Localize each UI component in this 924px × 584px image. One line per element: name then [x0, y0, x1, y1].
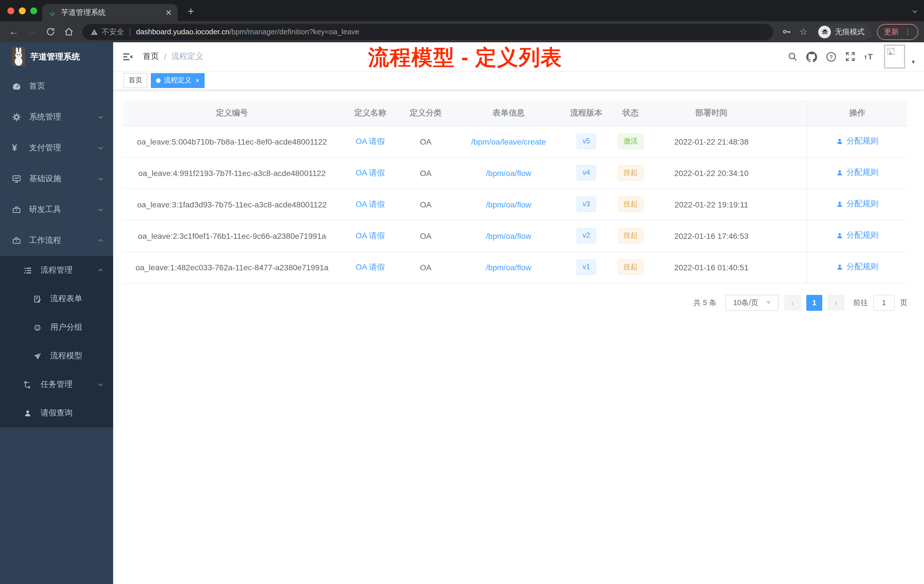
cell-id: oa_leave:2:3c1f0ef1-76b1-11ec-9c66-a2380… [124, 220, 341, 251]
next-page-button[interactable]: › [827, 295, 845, 310]
close-window-button[interactable] [7, 7, 14, 14]
fullscreen-icon[interactable] [845, 51, 856, 62]
url-host: dashboard.yudao.iocoder.cn [136, 27, 229, 36]
sidebar-item-leave-query[interactable]: 请假查询 [0, 399, 113, 427]
url-path: /bpm/manager/definition?key=oa_leave [229, 27, 360, 36]
cell-name: OA 请假 [341, 188, 400, 220]
page-content: 定义编号定义名称定义分类表单信息流程版本状态部署时间操作oa_leave:5:0… [113, 90, 924, 584]
definition-name-link[interactable]: OA 请假 [356, 262, 385, 271]
cell-form: /bpm/oa/flow [451, 251, 566, 283]
tag-close-icon[interactable]: × [195, 76, 200, 84]
navbar-icons: ? TT ▾ [788, 45, 915, 69]
cell-action: 分配规则 [807, 251, 908, 283]
sidebar-toggle-icon[interactable] [122, 51, 133, 62]
incognito-label: 无痕模式 [835, 26, 865, 37]
definition-name-link[interactable]: OA 请假 [356, 168, 385, 177]
column-header-category: 定义分类 [400, 101, 451, 126]
sidebar-item-infrastructure[interactable]: 基础设施 [0, 163, 113, 194]
tag-home[interactable]: 首页 [124, 73, 147, 88]
sidebar-item-process-form[interactable]: 流程表单 [0, 285, 113, 313]
prev-page-button[interactable]: ‹ [784, 295, 801, 310]
cell-category: OA [400, 188, 451, 220]
table-row: oa_leave:2:3c1f0ef1-76b1-11ec-9c66-a2380… [124, 220, 908, 251]
assign-rule-link[interactable]: 分配规则 [836, 231, 879, 241]
cell-form: /bpm/oa/flow [451, 157, 566, 188]
incognito-badge: 无痕模式 [817, 24, 871, 40]
definition-name-link[interactable]: OA 请假 [356, 231, 385, 240]
user-avatar[interactable] [884, 45, 906, 69]
tab-close-icon[interactable]: ✕ [165, 8, 172, 17]
sidebar-item-process-model[interactable]: 流程模型 [0, 342, 113, 370]
password-key-icon[interactable] [779, 27, 794, 36]
breadcrumb-separator: / [164, 52, 166, 61]
form-link[interactable]: /bpm/oa/flow [486, 262, 531, 272]
zoom-window-button[interactable] [30, 7, 37, 14]
column-header-name: 定义名称 [341, 101, 400, 126]
cell-status: 激活 [607, 126, 654, 157]
sidebar-item-user-group[interactable]: 用户分组 [0, 313, 113, 342]
pagination: 共 5 条 10条/页 ‹ 1 › 前往 页 [124, 295, 908, 310]
cell-version: v2 [566, 220, 607, 251]
sidebar-item-workflow[interactable]: 工作流程 [0, 225, 113, 256]
cell-filler [769, 251, 807, 283]
toolbox-icon [12, 236, 22, 245]
form-link[interactable]: /bpm/oa/leave/create [471, 137, 546, 146]
cell-id: oa_leave:4:991f2193-7b7f-11ec-a3c8-acde4… [124, 157, 341, 188]
cell-id: oa_leave:1:482ec033-762a-11ec-8477-a2380… [124, 251, 341, 283]
tab-search-chevron-icon[interactable] [911, 7, 918, 17]
goto-page-input[interactable] [873, 295, 895, 310]
svg-text:T: T [868, 52, 873, 61]
cell-deploy_time: 2022-01-22 21:48:38 [654, 126, 769, 157]
tag-process-definition[interactable]: 流程定义 × [151, 73, 205, 88]
new-tab-button[interactable]: + [184, 5, 198, 18]
sidebar-item-task-management[interactable]: 任务管理 [0, 370, 113, 399]
page-number-button[interactable]: 1 [806, 295, 822, 310]
github-icon[interactable] [807, 51, 817, 62]
cell-filler [769, 126, 807, 157]
form-link[interactable]: /bpm/oa/flow [486, 200, 531, 209]
cell-version: v4 [566, 157, 607, 188]
assign-rule-link[interactable]: 分配规则 [836, 262, 879, 272]
sidebar-item-system[interactable]: 系统管理 [0, 102, 113, 133]
browser-tab[interactable]: 芋道管理系统 ✕ [42, 4, 178, 21]
minimize-window-button[interactable] [19, 7, 26, 14]
reload-button[interactable] [42, 24, 58, 40]
assign-rule-link[interactable]: 分配规则 [836, 168, 879, 178]
help-icon[interactable]: ? [826, 51, 837, 62]
chrome-update-button[interactable]: 更新 ⋮ [877, 24, 918, 40]
avatar-dropdown-caret-icon[interactable]: ▾ [912, 58, 915, 66]
back-button[interactable]: ← [6, 24, 22, 40]
form-link[interactable]: /bpm/oa/flow [486, 231, 531, 240]
url-bar[interactable]: 不安全 dashboard.yudao.iocoder.cn /bpm/mana… [82, 24, 773, 40]
font-size-icon[interactable]: TT [864, 51, 876, 62]
person-icon [23, 409, 33, 417]
page-size-select[interactable]: 10条/页 [725, 295, 779, 310]
cell-version: v5 [566, 126, 607, 157]
table-header-row: 定义编号定义名称定义分类表单信息流程版本状态部署时间操作 [124, 101, 908, 126]
sidebar-item-devtools[interactable]: 研发工具 [0, 194, 113, 225]
sidebar-item-payment[interactable]: ¥ 支付管理 [0, 133, 113, 163]
browser-window: 芋道管理系统 ✕ + ← → 不安全 dashboard.yudao.iocod… [0, 0, 924, 584]
forward-button[interactable]: → [24, 24, 40, 40]
sidebar-item-process-management[interactable]: 流程管理 [0, 256, 113, 285]
cell-id: oa_leave:3:1fad3d93-7b75-11ec-a3c8-acde4… [124, 188, 341, 220]
definition-name-link[interactable]: OA 请假 [356, 136, 385, 145]
cell-deploy_time: 2022-01-22 19:19:11 [654, 188, 769, 220]
assign-rule-link[interactable]: 分配规则 [836, 199, 879, 210]
sidebar-logo[interactable]: 芋道管理系统 [0, 42, 113, 71]
home-button[interactable] [61, 24, 77, 40]
security-status[interactable]: 不安全 [90, 26, 124, 37]
sidebar-item-home[interactable]: 首页 [0, 71, 113, 102]
form-link[interactable]: /bpm/oa/flow [486, 168, 531, 177]
table-row: oa_leave:1:482ec033-762a-11ec-8477-a2380… [124, 251, 908, 283]
table-row: oa_leave:4:991f2193-7b7f-11ec-a3c8-acde4… [124, 157, 908, 188]
breadcrumb: 首页 / 流程定义 [143, 51, 203, 62]
definition-name-link[interactable]: OA 请假 [356, 199, 385, 208]
bookmark-star-icon[interactable]: ☆ [796, 26, 811, 37]
breadcrumb-home[interactable]: 首页 [143, 51, 159, 62]
assign-rule-link[interactable]: 分配规则 [836, 136, 879, 147]
search-icon[interactable] [788, 51, 798, 62]
dashboard-icon [12, 82, 22, 91]
cell-status: 挂起 [607, 188, 654, 220]
breadcrumb-current: 流程定义 [172, 51, 203, 62]
